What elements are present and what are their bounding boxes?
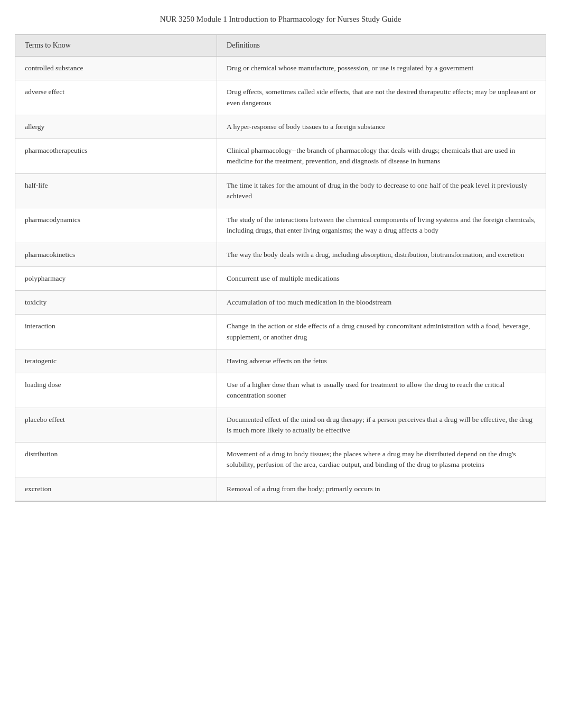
table-row: distributionMovement of a drug to body t… [15, 443, 546, 477]
term-cell: pharmacotherapeutics [15, 139, 217, 174]
term-cell: adverse effect [15, 80, 217, 115]
table-row: allergyA hyper-response of body tissues … [15, 115, 546, 139]
table-row: teratogenicHaving adverse effects on the… [15, 349, 546, 373]
table-row: interactionChange in the action or side … [15, 315, 546, 349]
col-header-definitions: Definitions [217, 35, 546, 57]
term-cell: placebo effect [15, 408, 217, 443]
table-header-row: Terms to Know Definitions [15, 35, 546, 57]
definition-cell: Removal of a drug from the body; primari… [217, 477, 546, 501]
table-row: controlled substanceDrug or chemical who… [15, 57, 546, 80]
table-row: loading doseUse of a higher dose than wh… [15, 373, 546, 408]
definition-cell: Concurrent use of multiple medications [217, 266, 546, 290]
definition-cell: Change in the action or side effects of … [217, 315, 546, 349]
definition-cell: Drug or chemical whose manufacture, poss… [217, 57, 546, 80]
definition-cell: Accumulation of too much medication in t… [217, 291, 546, 315]
col-header-terms: Terms to Know [15, 35, 217, 57]
term-cell: polypharmacy [15, 266, 217, 290]
term-cell: excretion [15, 477, 217, 501]
definition-cell: Documented effect of the mind on drug th… [217, 408, 546, 443]
study-guide-table: Terms to Know Definitions controlled sub… [15, 34, 546, 502]
definition-cell: Movement of a drug to body tissues; the … [217, 443, 546, 477]
term-cell: distribution [15, 443, 217, 477]
term-cell: teratogenic [15, 349, 217, 373]
term-cell: interaction [15, 315, 217, 349]
table-row: placebo effectDocumented effect of the m… [15, 408, 546, 443]
term-cell: toxicity [15, 291, 217, 315]
definition-cell: Having adverse effects on the fetus [217, 349, 546, 373]
definition-cell: Clinical pharmacology--the branch of pha… [217, 139, 546, 174]
table-row: pharmacokineticsThe way the body deals w… [15, 243, 546, 266]
table-row: polypharmacyConcurrent use of multiple m… [15, 266, 546, 290]
table-row: excretionRemoval of a drug from the body… [15, 477, 546, 501]
table-row: pharmacodynamicsThe study of the interac… [15, 208, 546, 243]
term-cell: half-life [15, 173, 217, 208]
term-cell: pharmacokinetics [15, 243, 217, 266]
term-cell: pharmacodynamics [15, 208, 217, 243]
definition-cell: Use of a higher dose than what is usuall… [217, 373, 546, 408]
definition-cell: The way the body deals with a drug, incl… [217, 243, 546, 266]
definition-cell: Drug effects, sometimes called side effe… [217, 80, 546, 115]
table-row: adverse effectDrug effects, sometimes ca… [15, 80, 546, 115]
table-row: toxicityAccumulation of too much medicat… [15, 291, 546, 315]
definition-cell: The time it takes for the amount of drug… [217, 173, 546, 208]
definition-cell: A hyper-response of body tissues to a fo… [217, 115, 546, 139]
term-cell: loading dose [15, 373, 217, 408]
term-cell: allergy [15, 115, 217, 139]
table-row: half-lifeThe time it takes for the amoun… [15, 173, 546, 208]
definition-cell: The study of the interactions between th… [217, 208, 546, 243]
page-title: NUR 3250 Module 1 Introduction to Pharma… [0, 0, 561, 34]
table-row: pharmacotherapeuticsClinical pharmacolog… [15, 139, 546, 174]
term-cell: controlled substance [15, 57, 217, 80]
